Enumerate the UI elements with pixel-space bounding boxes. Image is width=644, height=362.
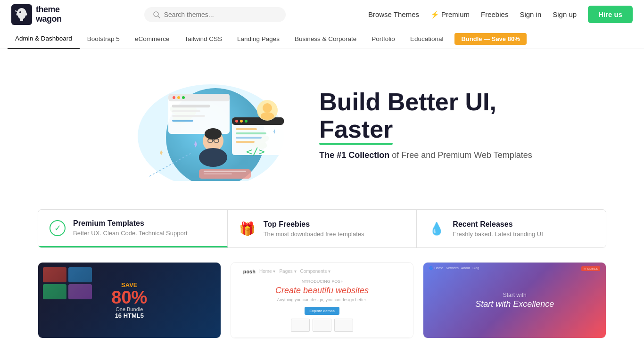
- excellence-text: Start with Start with Excellence: [475, 292, 554, 309]
- nav-signin[interactable]: Sign in: [520, 10, 541, 18]
- hero-section: </>: [0, 49, 644, 200]
- nav-freebies[interactable]: Freebies: [481, 10, 508, 18]
- bundle-text: SAVE 80% One Bundle 16 HTML5: [111, 281, 147, 319]
- posh-explore-btn: Explore demos: [305, 307, 339, 315]
- search-bar[interactable]: [144, 7, 286, 22]
- nav-browse-themes[interactable]: Browse Themes: [368, 10, 419, 18]
- svg-point-37: [261, 112, 274, 120]
- thumb-4: [68, 284, 92, 299]
- svg-line-3: [158, 16, 160, 18]
- hero-subtitle: The #1 Collection of Free and Premium We…: [319, 150, 532, 160]
- header: theme wagon Browse Themes ⚡ Premium Free…: [0, 0, 644, 29]
- category-nav: Admin & Dashboard Bootstrap 5 eCommerce …: [0, 29, 644, 49]
- logo[interactable]: theme wagon: [11, 4, 62, 25]
- svg-point-36: [263, 103, 272, 113]
- svg-rect-41: [204, 171, 246, 172]
- tab-recent-content: Recent Releases Freshly baked. Latest tr…: [453, 220, 543, 238]
- svg-point-23: [245, 120, 248, 123]
- svg-point-12: [173, 96, 175, 99]
- logo-text: theme wagon: [36, 5, 62, 24]
- main-nav: Browse Themes ⚡ Premium Freebies Sign in…: [368, 6, 633, 23]
- search-icon: [153, 11, 160, 18]
- svg-rect-27: [236, 141, 255, 143]
- svg-rect-18: [172, 120, 193, 122]
- hero-illustration: </>: [112, 68, 291, 181]
- excellence-card-preview: 🌀 Home · Services · About · Blog FREEBIE…: [423, 263, 606, 338]
- hero-text: Build Better UI, Faster The #1 Collectio…: [319, 89, 532, 160]
- theme-cards: SAVE 80% One Bundle 16 HTML5 posh Home ▾…: [0, 248, 644, 353]
- svg-rect-24: [236, 128, 257, 130]
- svg-rect-25: [236, 132, 266, 134]
- svg-point-21: [235, 120, 238, 123]
- hire-us-button[interactable]: Hire us: [588, 6, 633, 23]
- svg-point-13: [177, 96, 180, 99]
- cat-tailwind[interactable]: Tailwind CSS: [177, 29, 230, 49]
- svg-point-1: [19, 11, 21, 13]
- gift-icon: 🎁: [239, 220, 256, 237]
- svg-rect-16: [172, 110, 200, 112]
- feature-tabs: ✓ Premium Templates Better UX. Clean Cod…: [38, 209, 606, 248]
- posh-title: Create beautifu websites: [275, 286, 369, 296]
- logo-icon: [11, 4, 32, 25]
- cat-admin-dashboard[interactable]: Admin & Dashboard: [8, 29, 80, 49]
- check-circle-icon: ✓: [50, 220, 66, 236]
- tab-freebies-content: Top Freebies The most downloaded free te…: [264, 220, 364, 238]
- bundle-card-preview: SAVE 80% One Bundle 16 HTML5: [38, 263, 221, 338]
- nav-premium[interactable]: ⚡ Premium: [430, 10, 470, 19]
- posh-header: posh Home ▾ Pages ▾ Components ▾: [239, 269, 330, 274]
- card-excellence[interactable]: 🌀 Home · Services · About · Blog FREEBIE…: [423, 262, 606, 338]
- card-posh[interactable]: posh Home ▾ Pages ▾ Components ▾ INTRODU…: [231, 262, 414, 338]
- hero-title: Build Better UI, Faster: [319, 89, 532, 142]
- svg-rect-42: [204, 173, 232, 174]
- svg-rect-17: [172, 115, 205, 117]
- nav-signup[interactable]: Sign up: [553, 10, 577, 18]
- thumb-3: [43, 284, 66, 299]
- thumb-1: [43, 267, 66, 282]
- drop-icon: 💧: [428, 220, 445, 237]
- cat-business[interactable]: Business & Corporate: [287, 29, 364, 49]
- tab-recent[interactable]: 💧 Recent Releases Freshly baked. Latest …: [417, 210, 606, 247]
- svg-rect-15: [172, 105, 210, 107]
- bundle-badge[interactable]: Bundle — Save 80%: [454, 33, 526, 45]
- thumb-2: [68, 267, 92, 282]
- lightning-icon: ⚡: [430, 10, 439, 19]
- cat-portfolio[interactable]: Portfolio: [364, 29, 403, 49]
- svg-point-14: [182, 96, 185, 99]
- cat-bootstrap5[interactable]: Bootstrap 5: [80, 29, 127, 49]
- card-bundle[interactable]: SAVE 80% One Bundle 16 HTML5: [38, 262, 221, 338]
- cat-landing[interactable]: Landing Pages: [230, 29, 287, 49]
- search-input[interactable]: [164, 11, 277, 18]
- posh-screens: [291, 319, 353, 332]
- svg-rect-26: [236, 137, 262, 139]
- tab-freebies[interactable]: 🎁 Top Freebies The most downloaded free …: [228, 210, 417, 247]
- cat-ecommerce[interactable]: eCommerce: [127, 29, 177, 49]
- svg-point-22: [240, 120, 243, 123]
- svg-text:</>: </>: [246, 146, 265, 157]
- svg-point-30: [199, 148, 227, 167]
- posh-card-preview: posh Home ▾ Pages ▾ Components ▾ INTRODU…: [231, 263, 413, 338]
- bundle-small-cards: [43, 267, 92, 299]
- cat-educational[interactable]: Educational: [403, 29, 451, 49]
- tab-premium-content: Premium Templates Better UX. Clean Code.…: [73, 219, 188, 237]
- svg-point-34: [205, 128, 222, 140]
- tab-premium[interactable]: ✓ Premium Templates Better UX. Clean Cod…: [38, 210, 228, 247]
- excellence-nav: 🌀 Home · Services · About · Blog FREEBIE…: [423, 266, 606, 271]
- svg-rect-20: [232, 117, 284, 125]
